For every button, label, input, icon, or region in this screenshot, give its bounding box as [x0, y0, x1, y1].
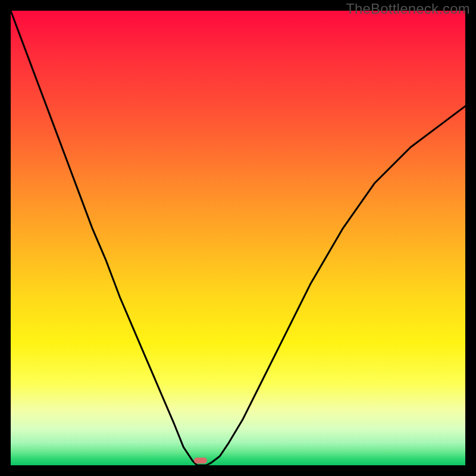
- optimum-marker: [194, 458, 207, 464]
- plot-area: [11, 11, 465, 465]
- bottleneck-curve: [11, 11, 465, 465]
- chart-frame: TheBottleneck.com: [0, 0, 476, 476]
- watermark-text: TheBottleneck.com: [346, 1, 470, 17]
- curve-path: [11, 11, 465, 465]
